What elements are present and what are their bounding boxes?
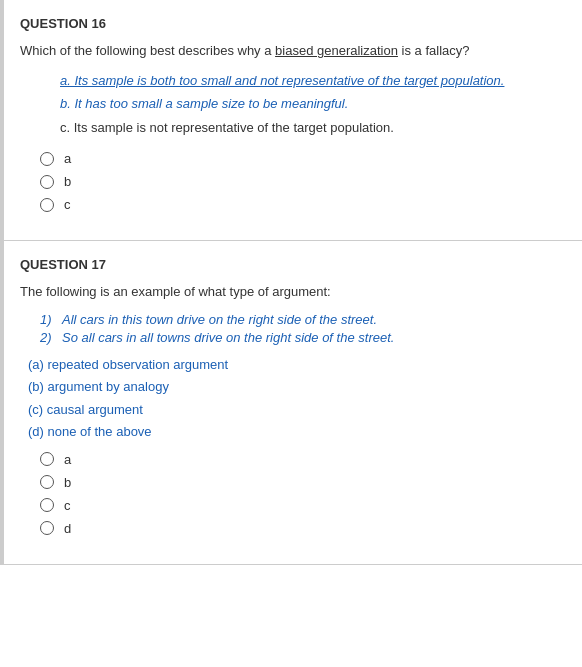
numbered-item-2-num: 2) — [40, 330, 62, 345]
question-16-text: Which of the following best describes wh… — [20, 41, 562, 61]
question-17-numbered-list: 1) All cars in this town drive on the ri… — [40, 312, 562, 345]
numbered-item-1-text: All cars in this town drive on the right… — [62, 312, 377, 327]
radio-label-q17-c: c — [64, 498, 71, 513]
radio-label-a: a — [64, 151, 71, 166]
radio-circle-a[interactable] — [40, 152, 54, 166]
question-16-options: a. Its sample is both too small and not … — [60, 71, 562, 138]
radio-label-b: b — [64, 174, 71, 189]
question-16-title: QUESTION 16 — [20, 16, 562, 31]
question-17-radio-group: a b c d — [40, 452, 562, 536]
radio-label-q17-d: d — [64, 521, 71, 536]
radio-circle-q17-a[interactable] — [40, 452, 54, 466]
question-16-option-c: c. Its sample is not representative of t… — [60, 118, 562, 138]
radio-label-q17-b: b — [64, 475, 71, 490]
radio-label-c: c — [64, 197, 71, 212]
question-17-text: The following is an example of what type… — [20, 282, 562, 302]
radio-circle-c[interactable] — [40, 198, 54, 212]
question-17-option-c: (c) causal argument — [28, 400, 562, 420]
question-17-radio-b[interactable]: b — [40, 475, 562, 490]
question-17-radio-d[interactable]: d — [40, 521, 562, 536]
radio-circle-q17-b[interactable] — [40, 475, 54, 489]
question-16-radio-c[interactable]: c — [40, 197, 562, 212]
question-17-lettered-options: (a) repeated observation argument (b) ar… — [28, 355, 562, 442]
biased-generalization-term: biased generalization — [275, 43, 398, 58]
question-17-numbered-item-1: 1) All cars in this town drive on the ri… — [40, 312, 562, 327]
radio-label-q17-a: a — [64, 452, 71, 467]
question-17-option-d: (d) none of the above — [28, 422, 562, 442]
radio-circle-b[interactable] — [40, 175, 54, 189]
numbered-item-1-num: 1) — [40, 312, 62, 327]
radio-circle-q17-c[interactable] — [40, 498, 54, 512]
question-16-radio-group: a b c — [40, 151, 562, 212]
question-17-block: QUESTION 17 The following is an example … — [0, 241, 582, 565]
question-16-block: QUESTION 16 Which of the following best … — [0, 0, 582, 241]
question-16-radio-b[interactable]: b — [40, 174, 562, 189]
question-17-option-b: (b) argument by analogy — [28, 377, 562, 397]
question-17-radio-a[interactable]: a — [40, 452, 562, 467]
question-16-option-a: a. Its sample is both too small and not … — [60, 71, 562, 91]
question-16-radio-a[interactable]: a — [40, 151, 562, 166]
question-16-option-b: b. It has too small a sample size to be … — [60, 94, 562, 114]
question-17-option-a: (a) repeated observation argument — [28, 355, 562, 375]
radio-circle-q17-d[interactable] — [40, 521, 54, 535]
question-17-numbered-item-2: 2) So all cars in all towns drive on the… — [40, 330, 562, 345]
numbered-item-2-text: So all cars in all towns drive on the ri… — [62, 330, 394, 345]
question-17-title: QUESTION 17 — [20, 257, 562, 272]
question-17-radio-c[interactable]: c — [40, 498, 562, 513]
